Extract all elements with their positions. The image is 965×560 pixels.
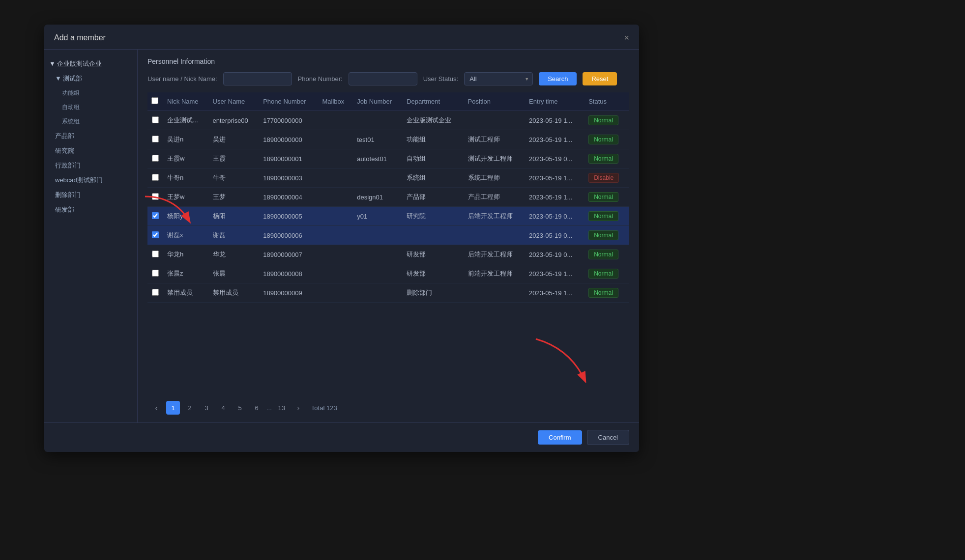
- cell-job-number: [353, 111, 403, 130]
- tree-item[interactable]: webcad测试部门: [44, 173, 137, 188]
- row-checkbox-cell: [147, 207, 163, 226]
- next-page-button[interactable]: ›: [292, 401, 305, 415]
- cell-entry-time: 2023-05-19 1...: [525, 168, 585, 188]
- page-2-button[interactable]: 2: [183, 401, 197, 415]
- username-label: User name / Nick Name:: [147, 75, 217, 83]
- table-row[interactable]: 谢磊x 谢磊 18900000006 2023-05-19 0... Norma…: [147, 226, 629, 245]
- tree-item[interactable]: 研究院: [44, 143, 137, 158]
- reset-button[interactable]: Reset: [583, 72, 617, 85]
- cell-position: 系统工程师: [464, 168, 525, 188]
- row-checkbox-cell: [147, 130, 163, 149]
- col-user-name: User Name: [209, 92, 260, 111]
- cell-status: Normal: [585, 111, 629, 130]
- cell-department: 企业版测试企业: [403, 111, 464, 130]
- tree-item[interactable]: 自动组: [44, 100, 137, 114]
- page-6-button[interactable]: 6: [250, 401, 263, 415]
- content-panel: Personnel Information User name / Nick N…: [138, 50, 639, 422]
- cell-mailbox: [319, 226, 353, 245]
- row-checkbox-2[interactable]: [152, 155, 159, 162]
- table-row[interactable]: 杨阳y 杨阳 18900000005 y01 研究院 后端开发工程师 2023-…: [147, 207, 629, 226]
- cell-job-number: [353, 245, 403, 264]
- row-checkbox-8[interactable]: [152, 270, 159, 277]
- status-badge: Normal: [588, 250, 618, 259]
- cell-entry-time: 2023-05-19 1...: [525, 188, 585, 207]
- tree-item[interactable]: 行政部门: [44, 158, 137, 173]
- tree-item[interactable]: 研发部: [44, 202, 137, 217]
- tree-item[interactable]: 系统组: [44, 114, 137, 129]
- cell-nick-name: 王梦w: [163, 188, 209, 207]
- cell-status: Normal: [585, 207, 629, 226]
- cell-status: Normal: [585, 283, 629, 303]
- table-row[interactable]: 王霞w 王霞 18900000001 autotest01 自动组 测试开发工程…: [147, 149, 629, 168]
- cell-job-number: [353, 283, 403, 303]
- status-badge: Normal: [588, 154, 618, 164]
- table-row[interactable]: 张晨z 张晨 18900000008 研发部 前端开发工程师 2023-05-1…: [147, 264, 629, 283]
- status-select[interactable]: All Normal Disable: [464, 72, 533, 85]
- table-row[interactable]: 企业测试... enterprise00 17700000000 企业版测试企业…: [147, 111, 629, 130]
- col-position: Position: [464, 92, 525, 111]
- status-badge: Normal: [588, 135, 618, 144]
- cell-user-name: 牛哥: [209, 168, 260, 188]
- cancel-button[interactable]: Cancel: [587, 430, 629, 445]
- table-row[interactable]: 王梦w 王梦 18900000004 design01 产品部 产品工程师 20…: [147, 188, 629, 207]
- row-checkbox-cell: [147, 188, 163, 207]
- dialog-body: ▼ 企业版测试企业▼ 测试部功能组自动组系统组产品部研究院行政部门webcad测…: [44, 50, 639, 422]
- cell-position: 前端开发工程师: [464, 264, 525, 283]
- cell-user-name: 张晨: [209, 264, 260, 283]
- page-5-button[interactable]: 5: [233, 401, 247, 415]
- close-button[interactable]: ×: [624, 33, 629, 42]
- tree-item[interactable]: ▼ 企业版测试企业: [44, 56, 137, 71]
- tree-item[interactable]: ▼ 测试部: [44, 71, 137, 86]
- cell-phone: 18900000008: [259, 264, 318, 283]
- row-checkbox-0[interactable]: [152, 116, 159, 123]
- cell-phone: 18900000005: [259, 207, 318, 226]
- row-checkbox-cell: [147, 283, 163, 303]
- cell-entry-time: 2023-05-19 1...: [525, 264, 585, 283]
- cell-phone: 18900000001: [259, 149, 318, 168]
- select-all-checkbox[interactable]: [151, 97, 158, 104]
- cell-nick-name: 杨阳y: [163, 207, 209, 226]
- table-row[interactable]: 牛哥n 牛哥 18900000003 系统组 系统工程师 2023-05-19 …: [147, 168, 629, 188]
- cell-department: 功能组: [403, 130, 464, 149]
- page-total: Total 123: [311, 404, 337, 412]
- table-row[interactable]: 吴进n 吴进 18900000000 test01 功能组 测试工程师 2023…: [147, 130, 629, 149]
- cell-phone: 17700000000: [259, 111, 318, 130]
- tree-item[interactable]: 删除部门: [44, 188, 137, 202]
- row-checkbox-5[interactable]: [152, 212, 159, 219]
- page-13-button[interactable]: 13: [275, 401, 289, 415]
- prev-page-button[interactable]: ‹: [149, 401, 163, 415]
- cell-mailbox: [319, 264, 353, 283]
- tree-item[interactable]: 功能组: [44, 86, 137, 100]
- row-checkbox-1[interactable]: [152, 136, 159, 142]
- row-checkbox-cell: [147, 264, 163, 283]
- cell-department: 研发部: [403, 264, 464, 283]
- search-button[interactable]: Search: [539, 72, 577, 85]
- row-checkbox-cell: [147, 245, 163, 264]
- table-row[interactable]: 华龙h 华龙 18900000007 研发部 后端开发工程师 2023-05-1…: [147, 245, 629, 264]
- table-header: Nick Name User Name Phone Number Mailbox…: [147, 92, 629, 111]
- row-checkbox-4[interactable]: [152, 193, 159, 200]
- row-checkbox-3[interactable]: [152, 174, 159, 181]
- status-select-wrapper: All Normal Disable: [464, 72, 533, 85]
- page-3-button[interactable]: 3: [200, 401, 213, 415]
- row-checkbox-6[interactable]: [152, 231, 159, 238]
- row-checkbox-7[interactable]: [152, 251, 159, 257]
- cell-phone: 18900000006: [259, 226, 318, 245]
- table-row[interactable]: 禁用成员 禁用成员 18900000009 删除部门 2023-05-19 1.…: [147, 283, 629, 303]
- tree-item[interactable]: 产品部: [44, 129, 137, 143]
- row-checkbox-cell: [147, 226, 163, 245]
- cell-position: [464, 283, 525, 303]
- row-checkbox-9[interactable]: [152, 289, 159, 296]
- pagination: ‹ 1 2 3 4 5 6 ... 13 › Total 123: [147, 401, 629, 415]
- username-input[interactable]: [223, 72, 292, 85]
- page-1-button[interactable]: 1: [166, 401, 180, 415]
- page-4-button[interactable]: 4: [216, 401, 230, 415]
- confirm-button[interactable]: Confirm: [538, 430, 582, 445]
- table-body: 企业测试... enterprise00 17700000000 企业版测试企业…: [147, 111, 629, 303]
- phone-input[interactable]: [349, 72, 417, 85]
- cell-entry-time: 2023-05-19 0...: [525, 226, 585, 245]
- cell-status: Disable: [585, 168, 629, 188]
- cell-user-name: 王霞: [209, 149, 260, 168]
- cell-status: Normal: [585, 264, 629, 283]
- cell-department: [403, 226, 464, 245]
